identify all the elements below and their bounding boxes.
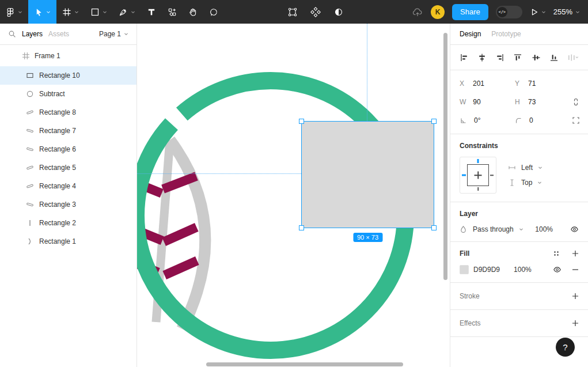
x-position-field[interactable]: X 201 — [460, 80, 515, 88]
y-position-field[interactable]: Y 71 — [515, 80, 570, 88]
align-horizontal-center-button[interactable] — [477, 53, 487, 62]
layer-row-rectangle-3[interactable]: Rectangle 3 — [0, 195, 136, 214]
fill-visibility-toggle[interactable] — [553, 266, 562, 274]
save-to-cloud-button[interactable] — [412, 7, 423, 17]
constraint-top-tick[interactable] — [477, 159, 479, 163]
code-icon: </> — [497, 7, 507, 17]
align-left-button[interactable] — [460, 53, 469, 62]
width-field[interactable]: W 90 — [460, 98, 515, 106]
pen-tool-button[interactable] — [113, 0, 141, 24]
properties-panel: Design Prototype — [450, 24, 588, 367]
share-button[interactable]: Share — [452, 4, 488, 20]
layer-row-rectangle-8[interactable]: Rectangle 8 — [0, 103, 136, 122]
move-tool-button[interactable] — [28, 0, 56, 24]
align-top-button[interactable] — [513, 53, 522, 62]
chevron-down-icon — [537, 180, 542, 185]
layer-row-rectangle-1[interactable]: Rectangle 1 — [0, 232, 136, 251]
vertical-constraint-dropdown[interactable]: Top — [508, 179, 543, 187]
resize-handle-bottom-left[interactable] — [299, 225, 304, 230]
constraints-widget[interactable] — [460, 157, 496, 194]
tab-design[interactable]: Design — [460, 30, 481, 38]
layer-visibility-toggle[interactable] — [570, 225, 579, 233]
comment-tool-button[interactable] — [203, 0, 224, 24]
align-bottom-button[interactable] — [549, 53, 559, 62]
resize-handle-bottom-right[interactable] — [431, 225, 437, 230]
chevron-down-icon — [46, 10, 51, 14]
horizontal-constraint-dropdown[interactable]: Left — [508, 164, 543, 172]
distribute-button[interactable] — [567, 53, 579, 62]
position-row: X 201 Y 71 — [450, 74, 588, 93]
canvas[interactable]: 90 × 73 — [137, 24, 450, 367]
blend-mode-dropdown[interactable]: Pass through — [473, 225, 523, 233]
hand-tool-button[interactable] — [183, 0, 203, 24]
layer-name: Rectangle 1 — [39, 237, 76, 245]
dev-mode-toggle[interactable]: </> — [496, 6, 522, 18]
vertical-constraint-value: Top — [521, 179, 532, 187]
layer-name: Subtract — [39, 90, 65, 98]
fill-styles-button[interactable] — [553, 250, 560, 257]
layer-row-rectangle-10[interactable]: Rectangle 10 — [0, 66, 136, 85]
align-right-button[interactable] — [495, 53, 504, 62]
zoom-level-control[interactable]: 255% — [553, 7, 580, 16]
layer-row-frame-1[interactable]: Frame 1 — [0, 45, 136, 66]
main-menu-button[interactable] — [0, 0, 28, 24]
add-stroke-button[interactable] — [572, 293, 579, 300]
corner-radius-field[interactable]: 0 — [515, 116, 570, 124]
layer-row-rectangle-4[interactable]: Rectangle 4 — [0, 177, 136, 195]
selected-rectangle[interactable]: 90 × 73 — [301, 121, 434, 228]
y-label: Y — [515, 80, 521, 88]
alignment-toolbar — [450, 45, 588, 70]
canvas-horizontal-scrollbar[interactable] — [206, 362, 403, 366]
page-selector[interactable]: Page 1 — [99, 30, 128, 38]
layer-row-rectangle-7[interactable]: Rectangle 7 — [0, 122, 136, 140]
layer-row-rectangle-5[interactable]: Rectangle 5 — [0, 158, 136, 177]
user-avatar[interactable]: K — [431, 5, 445, 19]
resources-tool-button[interactable] — [162, 0, 183, 24]
layer-row-rectangle-2[interactable]: Rectangle 2 — [0, 214, 136, 232]
tab-assets[interactable]: Assets — [48, 30, 69, 38]
resize-handle-top-right[interactable] — [431, 119, 437, 124]
shape-tool-button[interactable] — [85, 0, 113, 24]
arc-layer-icon — [25, 237, 35, 246]
constraint-right-tick[interactable] — [490, 175, 494, 176]
constraints-title: Constraints — [460, 142, 498, 150]
slanted-bar-layer-icon — [25, 145, 35, 154]
corner-radius-icon — [515, 117, 522, 124]
tab-layers[interactable]: Layers — [22, 30, 43, 38]
search-icon[interactable] — [8, 30, 16, 38]
frame-tool-button[interactable] — [56, 0, 85, 24]
layer-row-rectangle-6[interactable]: Rectangle 6 — [0, 140, 136, 158]
align-vertical-center-button[interactable] — [532, 53, 541, 62]
constraint-bottom-tick[interactable] — [477, 187, 479, 191]
constraint-center-target[interactable] — [467, 164, 489, 186]
add-fill-button[interactable] — [572, 250, 579, 257]
stroke-section: Stroke — [450, 283, 588, 310]
layer-opacity-value[interactable]: 100% — [535, 225, 553, 233]
layer-row-subtract[interactable]: Subtract — [0, 85, 136, 103]
constrain-proportions-toggle[interactable] — [572, 97, 580, 107]
remove-fill-button[interactable] — [572, 266, 579, 273]
constraints-section: Constraints Left — [450, 134, 588, 202]
resize-handle-top-left[interactable] — [299, 119, 304, 124]
text-tool-button[interactable] — [141, 0, 162, 24]
edit-object-icon — [287, 7, 298, 17]
mask-button[interactable] — [333, 7, 344, 17]
edit-object-button[interactable] — [287, 7, 298, 17]
fill-hex-value[interactable]: D9D9D9 — [473, 266, 500, 274]
layers-list: Rectangle 10 Subtract Rectangle 8 Rectan… — [0, 66, 136, 251]
resources-icon — [168, 7, 177, 17]
fill-opacity-value[interactable]: 100% — [514, 266, 532, 274]
rotation-field[interactable]: 0° — [460, 116, 515, 124]
chevron-down-icon — [18, 10, 22, 14]
tab-prototype[interactable]: Prototype — [491, 30, 521, 38]
independent-corners-button[interactable] — [572, 116, 580, 124]
height-field[interactable]: H 73 — [515, 98, 570, 106]
help-button[interactable]: ? — [556, 338, 575, 357]
fill-color-swatch[interactable] — [460, 265, 469, 274]
present-button[interactable] — [530, 7, 546, 17]
effects-section: Effects — [450, 310, 588, 337]
constraint-left-tick[interactable] — [462, 175, 466, 176]
add-effect-button[interactable] — [572, 320, 579, 327]
canvas-vertical-scrollbar[interactable] — [443, 33, 447, 280]
create-component-button[interactable] — [310, 7, 321, 17]
